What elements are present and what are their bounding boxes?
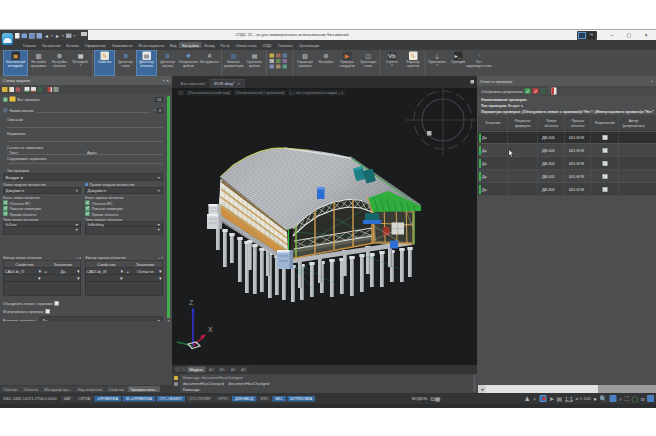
new-file-icon[interactable] [15,33,20,39]
report-filter-icon[interactable] [552,88,557,95]
ribbon-tab[interactable]: Вид [167,42,179,48]
ribbon-button[interactable]: ✎ Редактор скриптов ▾ [403,50,424,76]
show-failed-checkbox[interactable]: ✓ [533,88,539,94]
units-icon[interactable]: 1:1 [565,393,573,404]
ribbon-button[interactable]: ✕ Инструменты ▾ [199,50,220,76]
ribbon-button[interactable]: ≣ Диспетчер слоёв ▾ [115,50,136,76]
dock-tab[interactable]: Свойства [106,386,127,392]
clean-screen-icon[interactable]: ⛶ [625,393,629,404]
ribbon-button[interactable]: ❖ Обозреватель файлов ▾ [178,50,199,76]
ribbon-button[interactable]: ◔ Тест видеоподсистемы ▾ [469,50,490,76]
ribbon-tab[interactable]: СПДС [259,42,274,48]
command-tool-icon[interactable] [174,382,178,386]
dock-tab[interactable]: Учебник [1,386,20,392]
check-type-dropdown[interactable]: Входит в▼ [3,174,163,181]
report-column-header[interactable]: Автор (разрешения) [619,115,648,131]
ribbon-button[interactable]: ▥ Настройки программы ▾ [28,50,49,76]
left-filter-prop[interactable]: CADLib_П [4,269,38,274]
command-star-icon[interactable] [174,376,178,380]
ribbon-button[interactable]: ▣ Классический интерфейс ▾ [3,50,28,76]
tree-root-label[interactable]: Все проверки [18,97,40,101]
ribbon-tab[interactable]: Настройки [179,42,201,48]
redo-caret-icon[interactable]: ▾ [62,34,64,38]
ribbon-tab[interactable]: 3D-инструменты [135,42,167,48]
ribbon-tab[interactable]: Построение [39,42,64,48]
hscroll-thumb[interactable] [598,385,656,393]
status-toggle[interactable]: СЕТКА [76,396,93,402]
description-input[interactable] [7,122,163,128]
left-panel-scrollbar[interactable] [167,96,170,318]
right-panel-pin-icon[interactable]: ▪ [652,79,653,84]
sheet-tab-3[interactable]: А2 [228,367,238,373]
model-tab[interactable]: Модель [187,367,205,373]
normatives-input[interactable] [7,136,163,142]
fullscreen-icon[interactable] [647,395,654,402]
status-toggle[interactable]: ИЗО [258,396,271,402]
ribbon-tab[interactable]: Зависимости [109,42,135,48]
layout-new-icon[interactable] [181,367,186,372]
record-icon[interactable] [539,395,546,402]
ribbon-tab[interactable]: Топоплан [275,42,296,48]
report-table-row[interactable]: Да ДВ-005 001.ФОК ✓ [478,131,656,144]
styles-mini-grid[interactable] [270,50,291,76]
resolution-checkbox[interactable]: ✓ [602,161,607,166]
ribbon-button[interactable]: ⍊ Приложения ▾ [427,50,448,76]
run-check-icon[interactable] [38,87,43,92]
dock-tab[interactable]: Проверка колл... [128,386,161,392]
run-report-icon[interactable] [541,88,547,94]
collapse-arrow-icon[interactable]: ⌃ [165,319,172,325]
settings-check-icon[interactable] [54,87,59,92]
open-file-icon[interactable] [22,33,28,38]
layers-status-icon[interactable]: ⧈ [641,393,645,404]
command-line-panel[interactable]: Команда: documentHasChanged documentHasC… [172,374,477,393]
pin-icon[interactable]: ▪ ✕ [163,78,169,83]
status-toggle[interactable]: ВЕС [273,396,286,402]
dock-tab[interactable]: Код элементов [75,386,105,392]
ribbon-button[interactable]: ▧ Параметры проверки ▾ [295,50,316,76]
command-prompt[interactable]: Команда: [183,388,200,393]
root-checkbox[interactable] [3,97,8,102]
print-icon[interactable] [66,33,72,38]
report-column-header[interactable]: Результат формулы [508,115,538,131]
merge-checkbox[interactable] [54,301,59,306]
new-check-icon[interactable] [9,87,14,92]
sheet-tab-2[interactable]: М1 [217,367,227,373]
resolution-checkbox[interactable]: ✓ [602,174,607,179]
right-types-listbox[interactable]: IfcBuilding▼ ▼ [85,222,163,235]
document-tab-untitled[interactable]: Без имени0 [176,80,209,89]
sheet-tab-4[interactable]: А1 [239,367,249,373]
report-table-row[interactable]: Да ДВ-003 001.ФОК ✓ [478,144,656,157]
document-tab-active[interactable]: ФОК.dwg*× [209,79,244,88]
resolution-checkbox[interactable]: ✓ [602,135,607,140]
status-toggle[interactable]: ШАГ [61,396,74,402]
save-icon[interactable] [29,33,35,39]
scale-readout[interactable]: м 1:100 [576,396,591,401]
status-toggle[interactable]: ШТРИХОВКА [287,396,315,402]
right-panel-hscrollbar[interactable]: ◂ [478,385,656,393]
pan-icon[interactable] [609,395,616,402]
right-filter-value[interactable]: Области [132,269,159,274]
tab-list-icon[interactable] [471,80,475,84]
circle-icon[interactable]: ◯ [631,393,638,404]
show-passed-checkbox[interactable]: ✓ [525,88,531,94]
report-table-row[interactable]: Да ДВ-002 001.ФОК ✓ [478,183,656,196]
help-button[interactable]: ?▾ [587,32,595,39]
grid-view-icon[interactable]: ▦ [435,393,441,404]
ribbon-tab[interactable]: Облака точек [233,42,260,48]
ribbon-button[interactable]: ▦ Интерфейс ▾ [70,50,91,76]
user-icon[interactable]: ♟ [525,393,530,404]
qat-more-icon[interactable]: ▾ [73,34,75,38]
import-icon[interactable] [31,87,36,92]
ribbon-tab[interactable]: Главная [20,42,39,48]
export-icon[interactable] [25,87,30,92]
undo-icon[interactable]: ◄ [44,33,49,39]
notify-icon[interactable]: ♀ [532,393,537,404]
delete-check-icon[interactable] [16,87,21,92]
dock-tab[interactable]: Менеджер про... [42,386,74,392]
hscroll-left-arrow[interactable]: ◂ [478,385,486,393]
resolution-checkbox[interactable]: ✓ [602,148,607,153]
sheet-tab-1[interactable]: А4 [206,367,216,373]
left-types-listbox[interactable]: IfcDoor▼ ▼ [3,222,81,235]
resolution-checkbox[interactable]: ✓ [602,187,607,192]
ribbon-tab[interactable]: Организация [296,42,322,48]
